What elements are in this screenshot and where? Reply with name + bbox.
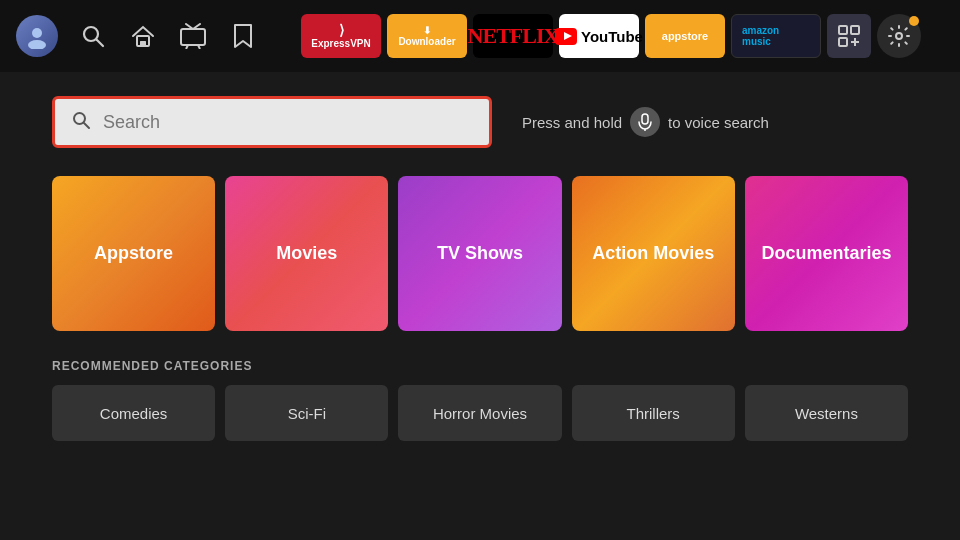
search-placeholder: Search: [103, 112, 160, 133]
tile-tvshows[interactable]: TV Shows: [398, 176, 561, 331]
top-nav: ⟩ ExpressVPN ⬇ Downloader NETFLIX YouTub…: [0, 0, 960, 72]
tile-appstore[interactable]: Appstore: [52, 176, 215, 331]
expressvpn-badge[interactable]: ⟩ ExpressVPN: [301, 14, 381, 58]
category-tiles: Appstore Movies TV Shows Action Movies D…: [52, 176, 908, 331]
tile-action-movies[interactable]: Action Movies: [572, 176, 735, 331]
app-grid-button[interactable]: [827, 14, 871, 58]
mic-icon: [630, 107, 660, 137]
svg-point-17: [896, 33, 902, 39]
search-bar[interactable]: Search: [52, 96, 492, 148]
appstore-badge[interactable]: appstore: [645, 14, 725, 58]
rec-tile-thrillers[interactable]: Thrillers: [572, 385, 735, 441]
settings-icon[interactable]: [877, 14, 921, 58]
search-icon: [71, 110, 91, 135]
svg-line-19: [84, 123, 89, 128]
rec-tile-scifi[interactable]: Sci-Fi: [225, 385, 388, 441]
svg-rect-5: [140, 41, 146, 46]
downloader-badge[interactable]: ⬇ Downloader: [387, 14, 467, 58]
svg-point-1: [28, 40, 46, 49]
youtube-badge[interactable]: YouTube: [559, 14, 639, 58]
rec-tile-comedies[interactable]: Comedies: [52, 385, 215, 441]
tile-movies[interactable]: Movies: [225, 176, 388, 331]
recommended-label: RECOMMENDED CATEGORIES: [52, 359, 908, 373]
voice-search-hint: Press and hold to voice search: [522, 107, 769, 137]
tv-icon[interactable]: [178, 21, 208, 51]
netflix-badge[interactable]: NETFLIX: [473, 14, 553, 58]
svg-line-3: [97, 40, 104, 47]
app-badges: ⟩ ExpressVPN ⬇ Downloader NETFLIX YouTub…: [278, 14, 944, 58]
svg-point-0: [32, 28, 42, 38]
home-icon[interactable]: [128, 21, 158, 51]
voice-hint-text1: Press and hold: [522, 114, 622, 131]
svg-rect-12: [839, 26, 847, 34]
svg-rect-13: [851, 26, 859, 34]
bookmark-icon[interactable]: [228, 21, 258, 51]
settings-notification-dot: [909, 16, 919, 26]
svg-rect-6: [181, 29, 205, 45]
recommended-section: RECOMMENDED CATEGORIES Comedies Sci-Fi H…: [52, 359, 908, 441]
main-content: Search Press and hold to voice search Ap…: [0, 72, 960, 465]
tile-documentaries[interactable]: Documentaries: [745, 176, 908, 331]
search-section: Search Press and hold to voice search: [52, 96, 908, 148]
search-nav-icon[interactable]: [78, 21, 108, 51]
svg-rect-14: [839, 38, 847, 46]
rec-tile-westerns[interactable]: Westerns: [745, 385, 908, 441]
recommended-tiles: Comedies Sci-Fi Horror Movies Thrillers …: [52, 385, 908, 441]
nav-left: [16, 15, 258, 57]
amazon-music-badge[interactable]: amazon music: [731, 14, 821, 58]
rec-tile-horror-movies[interactable]: Horror Movies: [398, 385, 561, 441]
user-avatar[interactable]: [16, 15, 58, 57]
svg-marker-11: [564, 32, 572, 40]
voice-hint-text2: to voice search: [668, 114, 769, 131]
svg-rect-20: [642, 114, 648, 124]
